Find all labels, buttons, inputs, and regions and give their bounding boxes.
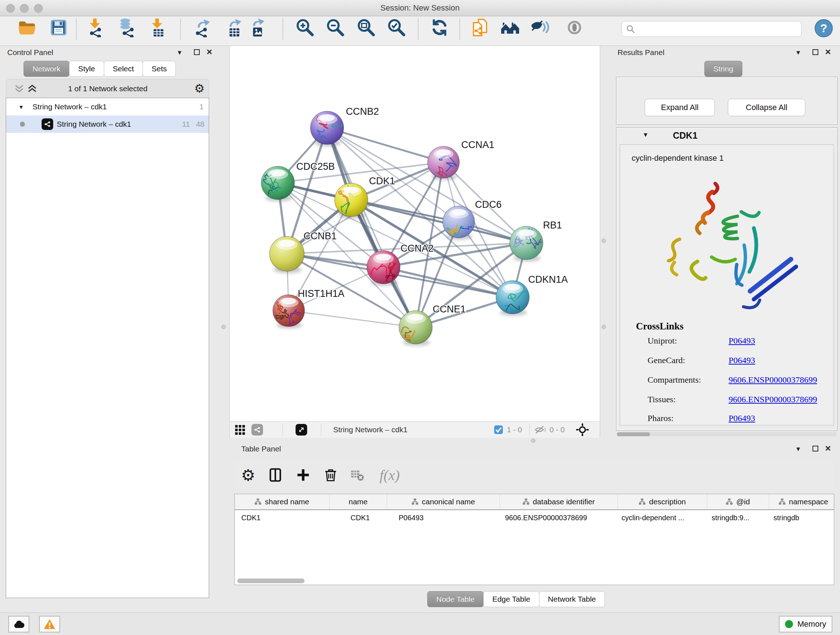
- control-panel-close-icon[interactable]: ✕: [206, 48, 213, 57]
- import-table-button[interactable]: [148, 17, 169, 38]
- refresh-icon: [430, 18, 449, 37]
- control-panel-float-menu-icon[interactable]: ▼: [177, 49, 183, 57]
- zoom-in-button[interactable]: [294, 17, 316, 38]
- results-panel-float-icon[interactable]: [813, 49, 818, 55]
- crosslink-compartments-link[interactable]: 9606.ENSP00000378699: [729, 375, 817, 385]
- refresh-button[interactable]: [429, 17, 450, 38]
- table-scrollbar-thumb[interactable]: [237, 578, 305, 583]
- crosslinks-title: CrossLinks: [636, 321, 684, 332]
- crosshair-icon[interactable]: [576, 423, 589, 437]
- network-node-count: 11: [182, 120, 190, 128]
- show-columns-icon[interactable]: [266, 466, 285, 485]
- collapse-all-button[interactable]: Collapse All: [728, 99, 805, 116]
- toolbar-separator: [459, 19, 460, 40]
- import-network-from-database-button[interactable]: [117, 17, 138, 38]
- tab-string[interactable]: String: [704, 61, 742, 77]
- crosslink-label: Tissues:: [647, 394, 676, 404]
- control-panel-float-icon[interactable]: [194, 49, 200, 55]
- tab-style[interactable]: Style: [69, 61, 104, 77]
- toolbar-separator: [180, 19, 181, 40]
- warning-status-button[interactable]: [39, 616, 60, 632]
- protein-structure-image: [651, 169, 803, 317]
- zoom-selected-button[interactable]: [386, 17, 407, 38]
- network-canvas[interactable]: CCNB2CCNA1CDC25BCDK1CDC6RB1CCNB1CCNA2CDK…: [230, 46, 600, 421]
- network-row[interactable]: String Network – cdk1 11 48: [6, 116, 209, 133]
- crosslink-uniprot-link[interactable]: P06493: [729, 336, 755, 346]
- crosslink-pharos-link[interactable]: P06493: [729, 413, 755, 423]
- collection-count: 1: [199, 103, 204, 111]
- selected-checkbox-icon[interactable]: [494, 425, 503, 434]
- tab-node-table[interactable]: Node Table: [427, 591, 484, 607]
- help-button[interactable]: ?: [815, 19, 833, 37]
- table-panel-close-icon[interactable]: ✕: [825, 444, 831, 453]
- search-input[interactable]: [622, 21, 802, 37]
- toolbar-separator: [418, 19, 418, 40]
- crosslink-genecard-link[interactable]: P06493: [729, 356, 755, 365]
- delete-column-icon[interactable]: [321, 466, 340, 485]
- bottom-splitter-grip[interactable]: [531, 439, 535, 443]
- footer-separator: [321, 424, 321, 436]
- table-row[interactable]: CDK1 CDK1 P06493 9606.ENSP00000378699 cy…: [235, 510, 834, 525]
- show-details-button[interactable]: [564, 17, 585, 38]
- results-panel-tabs: String: [705, 61, 742, 77]
- column-header[interactable]: canonical name: [387, 494, 500, 509]
- gene-description: cyclin-dependent kinase 1: [632, 154, 723, 163]
- birds-eye-grid-icon[interactable]: [235, 424, 246, 435]
- string-import-button[interactable]: [470, 17, 491, 38]
- right-splitter-grip[interactable]: [602, 239, 606, 243]
- crosslink-tissues-link[interactable]: 9606.ENSP00000378699: [729, 394, 817, 404]
- open-in-new-window-icon[interactable]: [295, 424, 307, 435]
- tab-edge-table[interactable]: Edge Table: [483, 591, 539, 607]
- cloud-status-button[interactable]: [8, 616, 29, 632]
- open-folder-icon: [17, 18, 36, 37]
- zoom-out-button[interactable]: [325, 17, 346, 38]
- collection-label: String Network – cdk1: [33, 103, 107, 111]
- save-session-button[interactable]: [48, 17, 69, 38]
- tab-network[interactable]: Network: [24, 61, 69, 77]
- column-header[interactable]: namespace: [769, 494, 834, 509]
- table-settings-gear-icon[interactable]: ⚙: [239, 466, 257, 485]
- table-panel-float-icon[interactable]: [813, 446, 818, 451]
- main-toolbar: ?: [0, 16, 840, 46]
- collection-expander-icon[interactable]: ▼: [19, 104, 24, 110]
- network-collection-row[interactable]: ▼ String Network – cdk1 1: [6, 98, 209, 116]
- left-splitter-grip[interactable]: [221, 325, 226, 329]
- import-network-button[interactable]: [85, 17, 106, 38]
- export-network-button[interactable]: [192, 17, 213, 38]
- expand-all-button[interactable]: Expand All: [645, 99, 715, 116]
- column-header[interactable]: shared name: [235, 494, 330, 509]
- hidden-eye-icon[interactable]: [534, 425, 547, 434]
- houses-button[interactable]: [499, 17, 520, 38]
- add-column-icon[interactable]: [294, 466, 313, 485]
- table-panel-float-menu-icon[interactable]: ▼: [795, 446, 801, 453]
- column-header[interactable]: name: [330, 494, 387, 509]
- export-table-button[interactable]: [224, 17, 245, 38]
- tab-sets[interactable]: Sets: [142, 61, 176, 77]
- column-header[interactable]: database identifier: [500, 494, 618, 509]
- zoom-fit-icon: [356, 18, 376, 37]
- column-header[interactable]: @id: [707, 494, 769, 509]
- results-gene-section: ▼ CDK1 cyclin-dependent kinase 1: [616, 127, 837, 431]
- delete-table-icon[interactable]: [348, 466, 367, 485]
- tab-network-table[interactable]: Network Table: [539, 591, 605, 607]
- network-badge-icon[interactable]: [251, 424, 263, 435]
- right-splitter-grip[interactable]: [602, 325, 606, 329]
- results-scrollbar-thumb[interactable]: [617, 432, 650, 436]
- hide-selected-button[interactable]: [529, 17, 550, 38]
- zoom-out-icon: [325, 18, 345, 37]
- eye-icon: [565, 18, 584, 37]
- function-builder-icon[interactable]: f(x): [373, 466, 406, 485]
- open-session-button[interactable]: [16, 17, 37, 38]
- results-panel-close-icon[interactable]: ✕: [825, 48, 831, 57]
- zoom-fit-button[interactable]: [355, 17, 377, 38]
- export-image-button[interactable]: [248, 17, 268, 38]
- memory-button[interactable]: Memory: [779, 616, 832, 632]
- network-options-gear-icon[interactable]: ⚙: [194, 81, 205, 95]
- gene-section-expander-icon[interactable]: ▼: [643, 131, 649, 139]
- results-scrollbar-track[interactable]: [617, 432, 837, 436]
- column-header[interactable]: description: [618, 494, 707, 509]
- tab-select[interactable]: Select: [104, 61, 143, 77]
- window-title: Session: New Session: [0, 3, 840, 13]
- results-panel-float-menu-icon[interactable]: ▼: [795, 49, 801, 57]
- toolbar-separator: [76, 19, 77, 40]
